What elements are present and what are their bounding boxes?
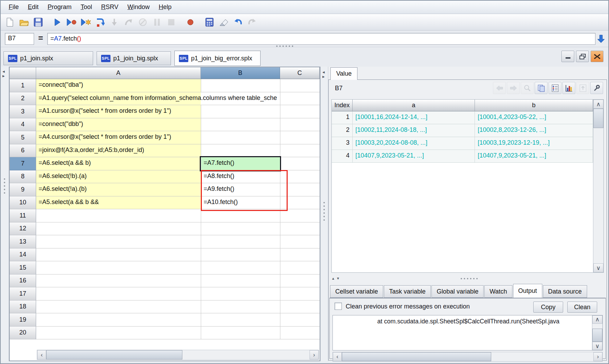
cell-B20[interactable]	[201, 327, 280, 340]
new-file-icon[interactable]	[4, 17, 15, 28]
output-text-area[interactable]: at com.scudata.ide.spl.SheetSpl$CalcCell…	[332, 315, 603, 350]
row-header-10[interactable]: 10	[10, 196, 36, 210]
cell-A9[interactable]: =A6.select(!a).(b)	[36, 183, 201, 196]
scrollbar-track[interactable]	[593, 128, 603, 263]
step-into-icon[interactable]	[109, 17, 120, 28]
cell-A18[interactable]	[36, 300, 201, 314]
scrollbar-thumb[interactable]	[592, 329, 602, 342]
preview-icon[interactable]	[521, 82, 534, 94]
cell-A7[interactable]: =A6.select(a && b)	[36, 157, 201, 170]
bottom-panel-splitter[interactable]: ▴▾	[329, 275, 607, 283]
cell-B11[interactable]	[201, 209, 280, 222]
menu-rsrv[interactable]: RSRV	[97, 1, 123, 13]
row-header-12[interactable]: 12	[10, 222, 36, 236]
tab-watch[interactable]: Watch	[484, 285, 512, 298]
row-header-5[interactable]: 5	[10, 131, 36, 144]
minimize-button[interactable]	[561, 51, 574, 62]
scroll-right-icon[interactable]: ›	[593, 352, 602, 361]
cell-A14[interactable]	[36, 248, 201, 262]
cell-C3[interactable]	[280, 105, 320, 118]
cell-B9[interactable]: =A9.fetch()	[201, 183, 280, 196]
clean-errors-checkbox[interactable]	[335, 303, 342, 310]
cell-C18[interactable]	[280, 300, 320, 314]
col-b[interactable]: b	[475, 100, 593, 111]
cell-A16[interactable]	[36, 274, 201, 288]
value-row-3[interactable]: 3[10003,20,2024-08-08, ...][10003,19,202…	[332, 137, 593, 150]
cell-C2[interactable]	[280, 92, 320, 105]
cancel-icon[interactable]	[137, 17, 148, 28]
sheet-horizontal-scrollbar[interactable]: ‹ ›	[37, 350, 319, 360]
cell-B14[interactable]	[201, 248, 280, 262]
run-icon[interactable]	[52, 17, 63, 28]
collapse-left-icon[interactable]: ◂	[2, 69, 5, 73]
collapse-left-icon[interactable]: ◂	[322, 70, 325, 74]
row-header-11[interactable]: 11	[10, 209, 36, 222]
collapse-arrows[interactable]: ◂▸	[322, 70, 325, 78]
cell-C10[interactable]	[280, 196, 320, 210]
scroll-down-icon[interactable]: ∨	[592, 342, 602, 350]
copy-icon[interactable]	[535, 82, 548, 94]
cell-reference-box[interactable]: B7	[5, 33, 34, 45]
cell-B12[interactable]	[201, 222, 280, 236]
cell-C8[interactable]	[280, 170, 320, 184]
copy-button[interactable]: Copy	[533, 302, 563, 313]
row-header-1[interactable]: 1	[10, 79, 36, 92]
cell-A6[interactable]: =joinx@f(A3:a,order_id;A5:b,order_id)	[36, 144, 201, 158]
cell-B10[interactable]: =A10.fetch()	[201, 196, 280, 210]
execute-cell-icon[interactable]	[80, 17, 91, 28]
cell-B7-selected[interactable]: =A7.fetch()	[201, 157, 280, 170]
cell-B18[interactable]	[201, 300, 280, 314]
cell-A13[interactable]	[36, 235, 201, 248]
splitter-dots[interactable]	[4, 178, 5, 194]
stop-icon[interactable]	[166, 17, 177, 28]
cell-C6[interactable]	[280, 144, 320, 158]
menu-tool[interactable]: Tool	[76, 1, 97, 13]
row-header-6[interactable]: 6	[10, 144, 36, 158]
menu-program[interactable]: Program	[43, 1, 76, 13]
scroll-left-icon[interactable]: ‹	[37, 350, 46, 359]
properties-icon[interactable]	[549, 82, 561, 94]
step-return-icon[interactable]	[123, 17, 134, 28]
cell-C15[interactable]	[280, 261, 320, 274]
scroll-right-icon[interactable]: ›	[310, 350, 319, 359]
expand-formula-arrow-icon[interactable]	[596, 33, 606, 44]
scrollbar-track[interactable]	[182, 350, 310, 359]
export-icon[interactable]	[576, 82, 589, 94]
breakpoint-icon[interactable]	[185, 17, 196, 28]
scroll-left-icon[interactable]: ‹	[333, 352, 342, 361]
value-row-1[interactable]: 1[10001,16,2024-12-14, ...][10001,4,2023…	[332, 111, 593, 124]
row-header-3[interactable]: 3	[10, 105, 36, 118]
clean-button[interactable]: Clean	[567, 302, 597, 313]
row-header-20[interactable]: 20	[10, 327, 36, 340]
menu-help[interactable]: Help	[154, 1, 176, 13]
cell-A11[interactable]	[36, 209, 201, 222]
cell-C7[interactable]	[280, 157, 320, 170]
chart-icon[interactable]	[562, 82, 575, 94]
cell-A3[interactable]: =A1.cursor@x("select * from orders order…	[36, 105, 201, 118]
tab-cellset-variable[interactable]: Cellset variable	[330, 285, 383, 298]
step-over-icon[interactable]	[94, 17, 106, 28]
redo-icon[interactable]	[247, 17, 258, 28]
cell-C19[interactable]	[280, 313, 320, 327]
cell-C9[interactable]	[280, 183, 320, 196]
tab-data-source[interactable]: Data source	[543, 285, 587, 298]
row-header-7[interactable]: 7	[10, 157, 36, 170]
cell-B17[interactable]	[201, 287, 280, 300]
cell-C16[interactable]	[280, 274, 320, 288]
value-row-2[interactable]: 2[10002,11,2024-08-18, ...][10002,8,2023…	[332, 124, 593, 137]
cell-A12[interactable]	[36, 222, 201, 236]
cell-A2[interactable]: =A1.query("select column_name from infor…	[36, 92, 201, 105]
cell-B5[interactable]	[201, 131, 280, 144]
cell-B6[interactable]	[201, 144, 280, 158]
cell-B4[interactable]	[201, 118, 280, 132]
cell-B16[interactable]	[201, 274, 280, 288]
select-all-corner[interactable]	[10, 67, 36, 79]
col-index[interactable]: Index	[332, 100, 353, 111]
scrollbar-track[interactable]	[491, 352, 593, 361]
row-header-17[interactable]: 17	[10, 287, 36, 300]
column-header-B[interactable]: B	[201, 67, 280, 79]
output-vertical-scrollbar[interactable]: ∧ ∨	[592, 315, 602, 350]
collapse-right-icon[interactable]: ▸	[322, 75, 325, 78]
tab-p1-join-big-error[interactable]: SPL p1_join_big_error.splx	[174, 51, 261, 66]
clear-icon[interactable]	[218, 17, 229, 28]
